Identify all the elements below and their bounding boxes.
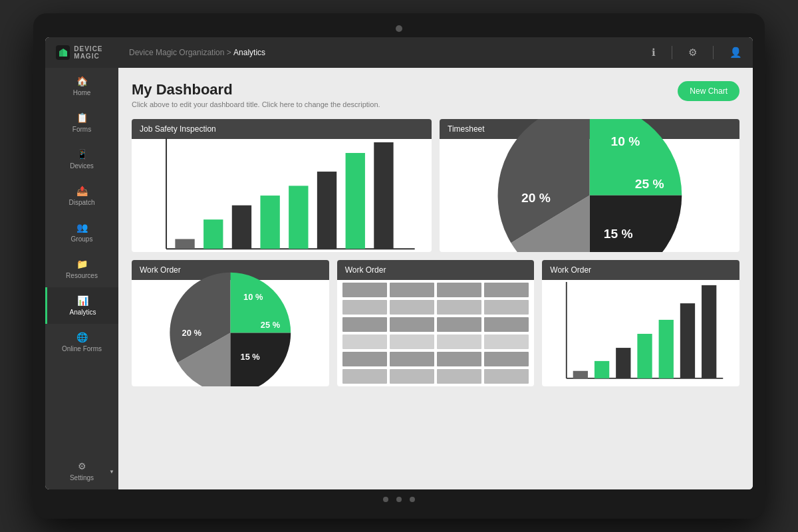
- svg-rect-4: [232, 205, 251, 249]
- table-cell: [484, 369, 529, 384]
- breadcrumb-page: Analytics: [233, 48, 265, 57]
- divider-1: [672, 46, 672, 59]
- sidebar-label-online-forms: Online Forms: [62, 345, 102, 352]
- settings-icon[interactable]: ⚙: [688, 47, 697, 59]
- table-cell: [437, 352, 481, 366]
- breadcrumb: Device Magic Organization > Analytics: [129, 48, 652, 57]
- laptop-dot-1: [383, 497, 388, 502]
- svg-rect-24: [659, 320, 674, 378]
- bar-chart-svg-top: [140, 129, 424, 252]
- dashboard-title-area: My Dashboard Click above to edit your da…: [132, 81, 380, 108]
- svg-text:25 %: 25 %: [635, 177, 664, 191]
- chart-job-safety-body: [132, 139, 432, 252]
- dashboard-title[interactable]: My Dashboard: [132, 81, 380, 98]
- table-row: [342, 283, 529, 297]
- table-cell: [342, 317, 387, 332]
- sidebar-spacer: [45, 360, 118, 453]
- table-cell: [484, 334, 529, 349]
- resources-icon: 📁: [76, 259, 88, 269]
- chart-work-order-table: Work Order: [337, 260, 535, 386]
- chart-grid-top: Job Safety Inspection: [132, 119, 739, 252]
- table-cell: [437, 334, 481, 349]
- sidebar-label-settings: Settings: [70, 474, 94, 481]
- top-bar: DEVICE MAGIC Device Magic Organization >…: [45, 37, 753, 68]
- sidebar-item-home[interactable]: 🏠 Home: [45, 68, 118, 104]
- logo-area: DEVICE MAGIC: [56, 45, 129, 60]
- sidebar-label-dispatch: Dispatch: [69, 199, 95, 206]
- sidebar-item-resources[interactable]: 📁 Resources: [45, 251, 118, 287]
- content-area: My Dashboard Click above to edit your da…: [118, 68, 753, 489]
- dashboard-header: My Dashboard Click above to edit your da…: [132, 81, 739, 108]
- table-cell: [390, 369, 434, 384]
- groups-icon: 👥: [76, 222, 88, 233]
- table-chart-grid: [342, 283, 529, 384]
- table-cell: [437, 317, 481, 332]
- table-cell: [342, 334, 387, 349]
- svg-rect-5: [260, 196, 279, 249]
- table-cell: [342, 369, 387, 384]
- svg-rect-26: [702, 285, 716, 378]
- new-chart-button[interactable]: New Chart: [678, 81, 739, 101]
- svg-rect-8: [346, 153, 365, 249]
- settings-sidebar-icon: ⚙: [78, 461, 86, 471]
- dashboard-subtitle[interactable]: Click above to edit your dashboard title…: [132, 100, 380, 108]
- table-cell: [390, 334, 434, 349]
- chart-timesheet: Timesheet: [440, 119, 739, 252]
- svg-rect-20: [573, 371, 588, 378]
- table-cell: [342, 283, 387, 297]
- chart-timesheet-body: 10 % 25 % 15 % 20 %: [440, 139, 739, 252]
- user-icon[interactable]: 👤: [730, 47, 742, 59]
- table-cell: [342, 352, 387, 366]
- settings-chevron-icon: ▼: [109, 468, 114, 474]
- chart-work-order-table-body: [337, 280, 535, 386]
- sidebar-label-devices: Devices: [70, 162, 94, 170]
- svg-text:10 %: 10 %: [243, 292, 263, 302]
- table-cell: [484, 300, 529, 315]
- table-cell: [390, 300, 434, 315]
- table-cell: [390, 283, 434, 297]
- breadcrumb-org: Device Magic Organization: [129, 48, 224, 57]
- sidebar-item-analytics[interactable]: 📊 Analytics: [45, 287, 118, 324]
- laptop-dot-3: [410, 497, 415, 502]
- svg-rect-2: [175, 239, 194, 249]
- forms-icon: 📋: [76, 112, 88, 123]
- devices-icon: 📱: [76, 149, 88, 160]
- sidebar-item-online-forms[interactable]: 🌐 Online Forms: [45, 324, 118, 360]
- laptop-base: [45, 495, 753, 504]
- svg-text:15 %: 15 %: [604, 227, 633, 241]
- svg-rect-23: [638, 334, 652, 378]
- home-icon: 🏠: [76, 76, 88, 86]
- divider-2: [713, 46, 714, 59]
- chart-work-order-bar: Work Order: [542, 260, 739, 386]
- table-cell: [390, 352, 434, 366]
- sidebar-label-home: Home: [73, 89, 91, 96]
- sidebar-label-forms: Forms: [72, 126, 91, 133]
- table-cell: [437, 369, 481, 384]
- laptop-screen: DEVICE MAGIC Device Magic Organization >…: [45, 37, 753, 489]
- table-row: [342, 317, 529, 332]
- sidebar-item-devices[interactable]: 📱 Devices: [45, 141, 118, 178]
- svg-rect-25: [680, 303, 695, 378]
- sidebar-item-groups[interactable]: 👥 Groups: [45, 214, 118, 251]
- svg-rect-3: [203, 219, 223, 249]
- table-cell: [437, 283, 481, 297]
- svg-text:15 %: 15 %: [240, 352, 260, 362]
- svg-text:10 %: 10 %: [611, 134, 640, 148]
- bar-chart-svg-bottom: [550, 275, 732, 386]
- pie-chart-svg-bottom: 10 % 25 % 15 % 20 %: [140, 260, 321, 386]
- sidebar-item-dispatch[interactable]: 📤 Dispatch: [45, 178, 118, 214]
- svg-rect-6: [289, 186, 308, 249]
- svg-rect-21: [595, 361, 609, 378]
- logo-text: DEVICE MAGIC: [74, 45, 129, 60]
- sidebar-item-forms[interactable]: 📋 Forms: [45, 104, 118, 141]
- table-cell: [484, 352, 529, 366]
- laptop-camera: [396, 25, 402, 32]
- table-cell: [484, 283, 529, 297]
- info-icon[interactable]: ℹ: [652, 47, 656, 59]
- main-layout: 🏠 Home 📋 Forms 📱 Devices 📤 Dispatch 👥: [45, 68, 753, 489]
- svg-rect-22: [616, 348, 630, 378]
- table-row: [342, 334, 529, 349]
- pie-chart-svg-top: 10 % 25 % 15 % 20 %: [448, 119, 732, 252]
- svg-rect-9: [374, 142, 393, 249]
- sidebar-item-settings[interactable]: ⚙ Settings ▼: [45, 453, 118, 489]
